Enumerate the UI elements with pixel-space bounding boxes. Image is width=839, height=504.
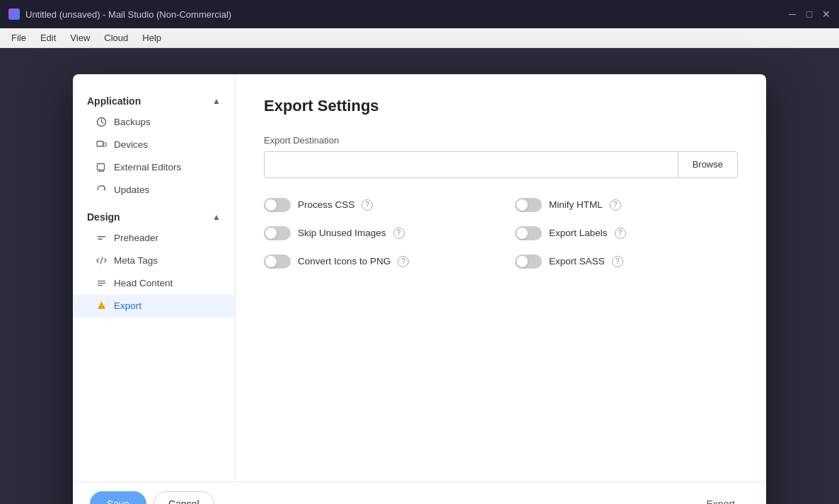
updates-label: Updates xyxy=(114,184,149,195)
browse-button[interactable]: Browse xyxy=(678,151,738,178)
menu-view[interactable]: View xyxy=(64,30,96,45)
convert-icons-toggle[interactable] xyxy=(264,254,291,269)
title-bar: Untitled (unsaved) - Mail Studio (Non-Co… xyxy=(0,0,839,28)
design-section-header[interactable]: Design ▲ xyxy=(73,207,235,227)
menu-file[interactable]: File xyxy=(6,30,32,45)
svg-rect-5 xyxy=(98,239,103,240)
menu-bar: File Edit View Cloud Help xyxy=(0,28,839,48)
svg-marker-9 xyxy=(98,301,105,309)
process-css-label: Process CSS xyxy=(298,199,354,210)
toggle-row-minify-html: Minify HTML ? xyxy=(515,198,738,212)
process-css-help-icon[interactable]: ? xyxy=(361,199,373,211)
cancel-button[interactable]: Cancel xyxy=(154,491,214,504)
modal-body: Application ▲ Backups xyxy=(73,74,766,481)
svg-rect-3 xyxy=(97,164,104,170)
skip-unused-images-help-icon[interactable]: ? xyxy=(393,228,405,239)
menu-edit[interactable]: Edit xyxy=(35,30,62,45)
settings-sidebar: Application ▲ Backups xyxy=(73,74,236,481)
meta-tags-label: Meta Tags xyxy=(114,255,158,266)
skip-unused-images-toggle[interactable] xyxy=(264,226,291,240)
modal-footer: Save Cancel Export xyxy=(73,481,766,505)
export-label: Export xyxy=(114,300,141,311)
page-title: Export Settings xyxy=(264,97,738,115)
process-css-knob xyxy=(265,199,277,211)
sidebar-item-meta-tags[interactable]: Meta Tags xyxy=(73,250,235,272)
export-sass-help-icon[interactable]: ? xyxy=(612,256,623,267)
head-content-label: Head Content xyxy=(114,278,173,288)
save-button[interactable]: Save xyxy=(90,491,146,504)
head-content-icon xyxy=(96,278,107,289)
minify-html-toggle[interactable] xyxy=(515,198,542,212)
export-path-input[interactable] xyxy=(264,151,678,178)
export-sass-toggle[interactable] xyxy=(515,254,542,269)
sidebar-item-backups[interactable]: Backups xyxy=(73,111,235,134)
modal-overlay: Application ▲ Backups xyxy=(0,96,839,504)
svg-rect-1 xyxy=(97,141,103,146)
app-icon xyxy=(8,8,20,20)
toggles-grid: Process CSS ? Minify HTML ? xyxy=(264,198,738,269)
sidebar-item-updates[interactable]: Updates xyxy=(73,179,235,201)
export-destination-label: Export Destination xyxy=(264,135,738,146)
design-section: Design ▲ Preheader xyxy=(73,207,235,317)
window-controls: ─ □ ✕ xyxy=(788,10,831,18)
menu-help[interactable]: Help xyxy=(137,30,167,45)
meta-tags-icon xyxy=(96,255,107,266)
design-label: Design xyxy=(87,211,120,223)
export-labels-label: Export Labels xyxy=(549,228,608,238)
export-destination-field: Browse xyxy=(264,151,738,178)
updates-icon xyxy=(96,184,107,196)
preheader-icon xyxy=(96,233,107,244)
minify-html-help-icon[interactable]: ? xyxy=(610,199,621,211)
sidebar-item-head-content[interactable]: Head Content xyxy=(73,272,235,295)
svg-rect-6 xyxy=(98,281,105,281)
sidebar-item-external-editors[interactable]: External Editors xyxy=(73,156,235,179)
export-labels-knob xyxy=(516,228,528,239)
export-button[interactable]: Export xyxy=(693,491,749,504)
application-section-header[interactable]: Application ▲ xyxy=(73,91,235,111)
close-button[interactable]: ✕ xyxy=(822,10,831,18)
convert-icons-label: Convert Icons to PNG xyxy=(298,256,390,266)
application-label: Application xyxy=(87,95,141,107)
sidebar-item-preheader[interactable]: Preheader xyxy=(73,227,235,250)
footer-left: Save Cancel xyxy=(90,491,214,504)
preheader-label: Preheader xyxy=(114,233,158,243)
backups-label: Backups xyxy=(114,117,151,127)
sidebar-item-export[interactable]: Export xyxy=(73,295,235,317)
export-labels-toggle[interactable] xyxy=(515,226,542,240)
minify-html-label: Minify HTML xyxy=(549,199,603,210)
toggle-row-process-css: Process CSS ? xyxy=(264,198,487,212)
export-icon xyxy=(96,300,107,312)
svg-rect-4 xyxy=(98,236,105,238)
external-editors-label: External Editors xyxy=(114,162,181,172)
process-css-toggle[interactable] xyxy=(264,198,291,212)
sidebar-item-devices[interactable]: Devices xyxy=(73,134,235,156)
export-labels-help-icon[interactable]: ? xyxy=(615,228,626,239)
main-content: Export Settings Export Destination Brows… xyxy=(236,74,766,481)
svg-rect-8 xyxy=(98,285,103,286)
maximize-button[interactable]: □ xyxy=(805,10,814,18)
design-chevron-icon: ▲ xyxy=(212,212,221,222)
skip-unused-images-knob xyxy=(265,228,277,239)
external-editors-icon xyxy=(96,162,107,173)
toggle-row-skip-unused-images: Skip Unused Images ? xyxy=(264,226,487,240)
application-chevron-icon: ▲ xyxy=(212,96,221,106)
minify-html-knob xyxy=(516,199,528,211)
minimize-button[interactable]: ─ xyxy=(788,10,797,18)
toggle-row-export-labels: Export Labels ? xyxy=(515,226,738,240)
convert-icons-help-icon[interactable]: ? xyxy=(398,256,409,267)
app-background: Application ▲ Backups xyxy=(0,48,839,504)
toggle-row-convert-icons: Convert Icons to PNG ? xyxy=(264,254,487,269)
settings-modal: Application ▲ Backups xyxy=(73,74,766,505)
convert-icons-knob xyxy=(265,256,277,267)
toggle-row-export-sass: Export SASS ? xyxy=(515,254,738,269)
devices-icon xyxy=(96,139,107,151)
export-sass-knob xyxy=(516,256,528,267)
export-sass-label: Export SASS xyxy=(549,256,605,266)
svg-rect-7 xyxy=(98,283,105,283)
devices-label: Devices xyxy=(114,139,148,150)
backup-icon xyxy=(96,117,107,128)
window-title: Untitled (unsaved) - Mail Studio (Non-Co… xyxy=(25,9,788,20)
skip-unused-images-label: Skip Unused Images xyxy=(298,228,386,238)
menu-cloud[interactable]: Cloud xyxy=(98,30,134,45)
